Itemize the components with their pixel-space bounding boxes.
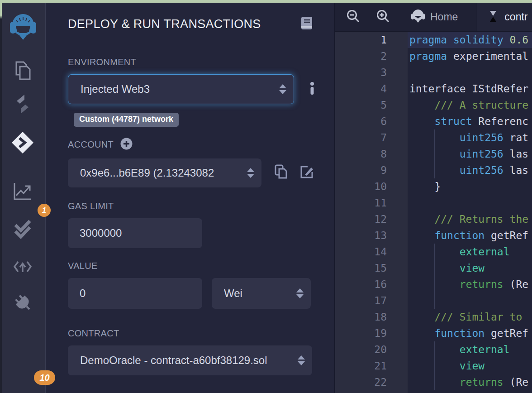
tab-home[interactable]: Home — [411, 3, 458, 31]
contract-select[interactable]: DemoOracle - contract-a60bf38129.sol — [68, 345, 312, 375]
code-line[interactable]: view — [408, 260, 532, 276]
line-number[interactable]: 19 — [335, 325, 408, 341]
code-line[interactable]: returns (Re — [408, 276, 532, 292]
environment-select[interactable]: Injected Web3 — [68, 74, 294, 104]
gas-limit-label: GAS LIMIT — [68, 201, 334, 211]
code-line[interactable]: /// Similar to — [408, 309, 532, 325]
indent-guide-line — [434, 244, 435, 260]
line-number[interactable]: 2 — [335, 48, 408, 64]
value-label: VALUE — [68, 261, 334, 271]
panel-title: DEPLOY & RUN TRANSACTIONS — [68, 17, 261, 31]
value-unit-select[interactable]: Wei — [212, 278, 311, 309]
gas-limit-input[interactable] — [68, 218, 202, 248]
code-line[interactable]: pragma solidity 0.6 — [408, 32, 532, 48]
line-number[interactable]: 21 — [335, 358, 408, 374]
editor-tabbar: Home contr — [335, 3, 532, 32]
code-content[interactable]: pragma solidity 0.6pragma experimentalin… — [408, 32, 532, 393]
indent-guide-line — [434, 374, 435, 390]
code-line[interactable]: returns (Re — [408, 374, 532, 390]
value-input[interactable] — [68, 278, 202, 309]
line-number[interactable]: 18 — [335, 309, 408, 325]
network-badge: Custom (44787) network — [74, 113, 179, 127]
environment-label: ENVIRONMENT — [68, 57, 334, 67]
code-line[interactable]: uint256 las — [408, 162, 532, 178]
deploy-run-icon[interactable] — [11, 131, 34, 156]
remix-home-icon — [411, 9, 425, 25]
line-number[interactable]: 13 — [335, 227, 408, 244]
code-line[interactable]: external — [408, 244, 532, 260]
account-value: 0x9e6...b6E89 (2.13243082 — [80, 167, 261, 179]
line-number[interactable]: 7 — [335, 129, 408, 146]
line-number-gutter: 12345678910111213141516171819202122 — [335, 32, 408, 393]
environment-value: Injected Web3 — [81, 83, 294, 96]
edit-account-icon[interactable] — [299, 165, 314, 181]
window-left-edge — [0, 0, 2, 393]
code-line[interactable]: /// Returns the — [408, 211, 532, 227]
file-explorer-icon[interactable] — [13, 60, 33, 83]
line-number[interactable]: 6 — [335, 113, 408, 129]
indent-guide-line — [434, 341, 435, 358]
solidity-compiler-icon[interactable]: 1 — [12, 94, 33, 116]
solidity-file-icon — [487, 10, 499, 25]
code-line[interactable]: /// A structure — [408, 97, 532, 113]
chevron-up-down-icon — [279, 84, 286, 94]
tab-contract[interactable]: contr — [477, 3, 532, 31]
line-number[interactable]: 16 — [335, 276, 408, 292]
window-top-edge — [0, 0, 532, 3]
line-number[interactable]: 22 — [335, 374, 408, 390]
analytics-badge: 10 — [34, 370, 55, 385]
contract-label: CONTRACT — [68, 328, 334, 339]
code-line[interactable]: function getRef — [408, 227, 532, 244]
indent-guide-line — [434, 162, 435, 178]
line-number[interactable]: 5 — [335, 97, 408, 113]
publish-code-icon[interactable] — [13, 258, 33, 278]
line-number[interactable]: 1 — [335, 32, 408, 48]
account-select[interactable]: 0x9e6...b6E89 (2.13243082 — [68, 158, 261, 187]
code-line[interactable]: uint256 las — [408, 146, 532, 162]
line-number[interactable]: 9 — [335, 162, 408, 178]
indent-guide-line — [434, 129, 435, 146]
code-line[interactable]: struct Referenc — [408, 113, 532, 129]
account-label: ACCOUNT — [68, 139, 114, 150]
indent-guide-line — [434, 358, 435, 374]
remix-logo-icon — [10, 13, 37, 43]
tab-home-label: Home — [430, 11, 458, 23]
analytics-icon[interactable]: 10 — [12, 181, 33, 203]
line-number[interactable]: 8 — [335, 146, 408, 162]
contract-value: DemoOracle - contract-a60bf38129.sol — [80, 354, 312, 367]
code-line[interactable] — [408, 195, 532, 211]
info-icon[interactable] — [309, 81, 315, 97]
chevron-up-down-icon — [296, 288, 304, 298]
line-number[interactable]: 12 — [335, 211, 408, 227]
indent-guide-line — [434, 260, 435, 276]
zoom-out-icon[interactable] — [346, 9, 361, 25]
code-line[interactable] — [408, 292, 532, 309]
code-line[interactable]: external — [408, 341, 532, 358]
code-line[interactable]: pragma experimental — [408, 48, 532, 64]
line-number[interactable]: 3 — [335, 64, 408, 81]
copy-account-icon[interactable] — [275, 164, 288, 182]
compiler-badge: 1 — [38, 204, 51, 217]
code-line[interactable]: view — [408, 358, 532, 374]
code-line[interactable]: function getRef — [408, 325, 532, 341]
remix-ide: 1 10 — [0, 3, 532, 393]
add-account-icon[interactable] — [120, 138, 133, 152]
code-line[interactable]: } — [408, 178, 532, 195]
line-number[interactable]: 14 — [335, 244, 408, 260]
code-area: 12345678910111213141516171819202122 prag… — [335, 32, 532, 393]
code-line[interactable]: uint256 rat — [408, 129, 532, 146]
line-number[interactable]: 15 — [335, 260, 408, 276]
indent-guide-line — [434, 146, 435, 162]
line-number[interactable]: 10 — [335, 178, 408, 195]
plugin-manager-icon[interactable] — [13, 292, 33, 315]
zoom-in-icon[interactable] — [376, 9, 390, 25]
unit-testing-icon[interactable] — [12, 218, 33, 241]
line-number[interactable]: 4 — [335, 81, 408, 97]
code-line[interactable]: interface IStdRefer — [408, 81, 532, 97]
code-line[interactable] — [408, 64, 532, 81]
line-number[interactable]: 20 — [335, 341, 408, 358]
line-number[interactable]: 11 — [335, 195, 408, 211]
indent-guide-line — [434, 276, 435, 292]
documentation-icon[interactable] — [300, 16, 313, 32]
line-number[interactable]: 17 — [335, 292, 408, 309]
